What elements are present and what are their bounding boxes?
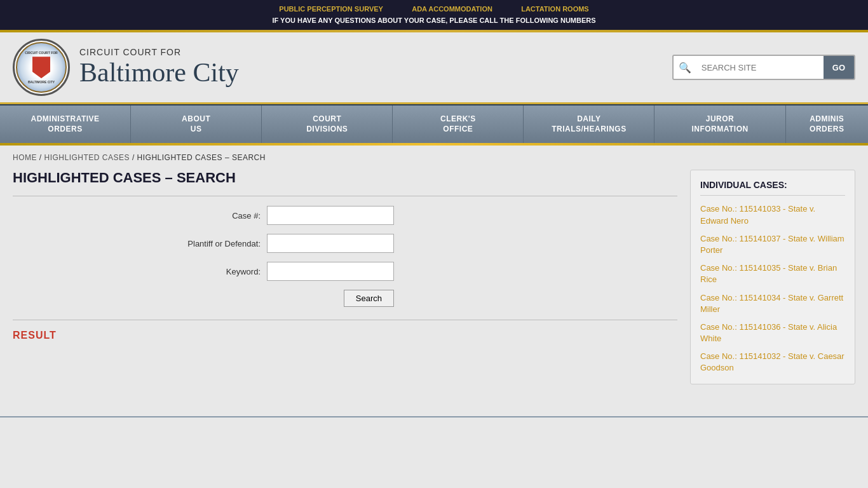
- header: CIRCUIT COURT FOR BALTIMORE CITY Circuit…: [0, 32, 868, 102]
- case-link-4[interactable]: Case No.: 115141034 - State v. Garrett M…: [700, 292, 845, 315]
- breadcrumb-sep2: /: [132, 153, 137, 162]
- nav-clerks-office[interactable]: CLERK'SOFFICE: [393, 105, 524, 143]
- breadcrumb-current: HIGHLIGHTED CASES – SEARCH: [137, 153, 266, 162]
- search-form: Case #: Plantiff or Defendat: Keyword: S…: [13, 206, 677, 320]
- result-title: RESULT: [13, 330, 677, 341]
- lactation-link[interactable]: LACTATION ROOMS: [521, 5, 589, 13]
- nav-admin-orders-2[interactable]: ADMINISORDERS: [786, 105, 868, 143]
- plaintiff-input[interactable]: [267, 234, 394, 253]
- case-number-label: Case #:: [159, 211, 261, 220]
- left-content: HIGHLIGHTED CASES – SEARCH Case #: Plant…: [13, 170, 677, 384]
- court-main-title: Baltimore City: [79, 57, 239, 88]
- individual-cases-title: INDIVIDUAL CASES:: [700, 180, 845, 196]
- search-btn-row: Search: [13, 290, 394, 307]
- breadcrumb-sep1: /: [39, 153, 44, 162]
- site-search-box: 🔍 GO: [672, 55, 855, 80]
- search-icon: 🔍: [674, 62, 696, 74]
- banner-notice: IF YOU HAVE ANY QUESTIONS ABOUT YOUR CAS…: [6, 15, 862, 27]
- case-link-1[interactable]: Case No.: 115141033 - State v. Edward Ne…: [700, 203, 845, 226]
- case-link-3[interactable]: Case No.: 115141035 - State v. Brian Ric…: [700, 262, 845, 285]
- nav-daily-trials[interactable]: DAILYTRIALS/HEARINGS: [524, 105, 654, 143]
- plaintiff-row: Plantiff or Defendat:: [13, 234, 394, 253]
- case-number-input[interactable]: [267, 206, 394, 225]
- court-logo: CIRCUIT COURT FOR BALTIMORE CITY: [13, 39, 70, 96]
- main-nav: ADMINISTRATIVEORDERS ABOUTUS COURTDIVISI…: [0, 105, 868, 143]
- nav-about-us[interactable]: ABOUTUS: [131, 105, 262, 143]
- keyword-row: Keyword:: [13, 262, 394, 281]
- nav-court-divisions[interactable]: COURTDIVISIONS: [262, 105, 393, 143]
- individual-cases-box: INDIVIDUAL CASES: Case No.: 115141033 - …: [690, 170, 855, 384]
- search-go-button[interactable]: GO: [824, 56, 854, 79]
- keyword-input[interactable]: [267, 262, 394, 281]
- main-content: HIGHLIGHTED CASES – SEARCH Case #: Plant…: [0, 170, 868, 403]
- case-number-row: Case #:: [13, 206, 394, 225]
- breadcrumb: HOME / HIGHLIGHTED CASES / HIGHLIGHTED C…: [0, 146, 868, 170]
- right-sidebar: INDIVIDUAL CASES: Case No.: 115141033 - …: [690, 170, 855, 384]
- header-left: CIRCUIT COURT FOR BALTIMORE CITY Circuit…: [13, 39, 239, 96]
- nav-juror-information[interactable]: JURORINFORMATION: [654, 105, 785, 143]
- court-title: Circuit Court for Baltimore City: [79, 47, 239, 88]
- page-footer: [0, 416, 868, 442]
- case-link-2[interactable]: Case No.: 115141037 - State v. William P…: [700, 233, 845, 256]
- court-subtitle: Circuit Court for: [79, 47, 239, 57]
- case-link-6[interactable]: Case No.: 115141032 - State v. Caesar Go…: [700, 351, 845, 374]
- search-button[interactable]: Search: [344, 290, 394, 307]
- ada-link[interactable]: ADA ACCOMMODATION: [412, 5, 492, 13]
- keyword-label: Keyword:: [159, 267, 261, 276]
- search-input[interactable]: [696, 60, 824, 76]
- page-title: HIGHLIGHTED CASES – SEARCH: [13, 170, 677, 196]
- breadcrumb-home[interactable]: HOME: [13, 153, 37, 162]
- top-banner: PUBLIC PERCEPTION SURVEY ADA ACCOMMODATI…: [0, 0, 868, 30]
- breadcrumb-highlighted-cases[interactable]: HIGHLIGHTED CASES: [44, 153, 130, 162]
- case-link-5[interactable]: Case No.: 115141036 - State v. Alicia Wh…: [700, 322, 845, 344]
- survey-link[interactable]: PUBLIC PERCEPTION SURVEY: [279, 5, 383, 13]
- plaintiff-label: Plantiff or Defendat:: [159, 239, 261, 248]
- nav-administrative-orders[interactable]: ADMINISTRATIVEORDERS: [0, 105, 131, 143]
